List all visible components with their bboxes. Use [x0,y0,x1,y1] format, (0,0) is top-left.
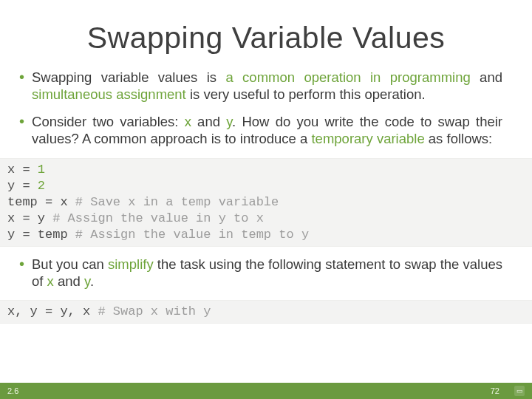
footer-page-number: 72 [491,386,499,395]
code-run: x = [7,163,38,177]
code-number: 1 [38,163,45,177]
text-run: But you can [32,256,108,272]
bullet-item: • Consider two variables: x and y. How d… [30,113,502,147]
slide-body: • Swapping variable values is a common o… [0,61,532,324]
text-run: and [191,114,226,129]
code-number: 2 [38,179,45,193]
var-y: y [84,273,90,289]
bullet-text: Consider two variables: x and y. How do … [32,113,502,147]
code-comment: # Save x in a temp variable [75,195,279,209]
bullet-item: • But you can simplify the task using th… [30,256,502,290]
text-run: as follows: [425,131,493,146]
code-run: x = y [7,211,52,225]
code-run: temp = x [7,195,75,209]
code-block-2: x, y = y, x # Swap x with y [0,300,532,324]
bullet-item: • Swapping variable values is a common o… [30,69,502,103]
code-comment: # Assign the value in temp to y [75,228,309,242]
bullet-dot-icon: • [19,113,24,147]
text-run: Consider two variables: [32,114,185,129]
code-block-1: x = 1 y = 2 temp = x # Save x in a temp … [0,158,532,247]
var-x: x [185,114,191,129]
var-x: x [47,273,54,289]
emphasis: simultaneous assignment [32,86,186,102]
code-comment: # Swap x with y [98,304,211,318]
slide-footer: 2.6 72 ▭ [0,383,532,399]
code-comment: # Assign the value in y to x [52,211,264,225]
text-run: Swapping variable values is [32,69,225,85]
text-run: is very useful to perform this operation… [186,86,426,102]
slide: Swapping Variable Values • Swapping vari… [0,0,532,399]
bullet-dot-icon: • [19,69,24,103]
slide-title: Swapping Variable Values [0,0,532,61]
text-run: and [471,69,502,85]
bullet-text: But you can simplify the task using the … [32,256,502,290]
presentation-mode-icon[interactable]: ▭ [514,386,525,396]
footer-section: 2.6 [7,386,18,395]
code-run: y = temp [7,228,75,242]
bullet-dot-icon: • [19,256,24,290]
code-run: y = [7,179,38,193]
emphasis: temporary variable [311,131,424,146]
text-run: and [54,273,84,289]
emphasis: a common operation in programming [225,69,470,85]
code-run: x, y = y, x [7,304,98,318]
emphasis: simplify [108,256,154,272]
bullet-text: Swapping variable values is a common ope… [32,69,502,103]
text-run: . [90,273,94,289]
var-y: y [226,114,232,129]
